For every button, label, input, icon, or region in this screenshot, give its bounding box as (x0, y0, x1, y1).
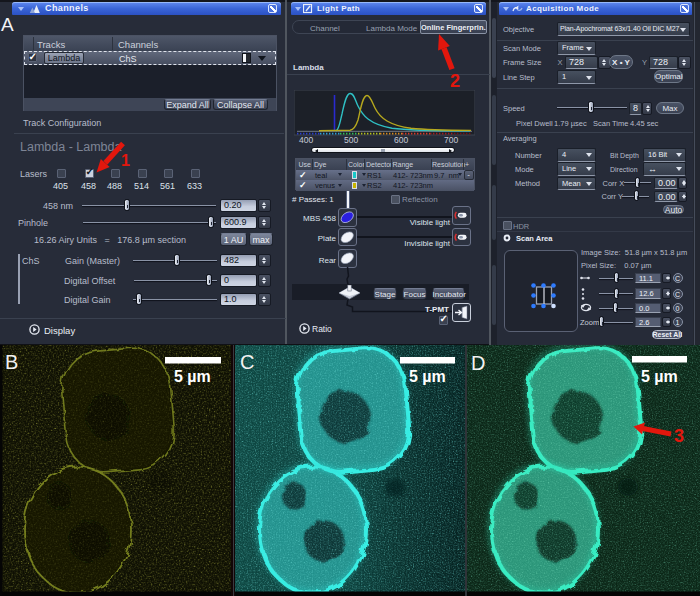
svg-text:1: 1 (121, 152, 130, 169)
svg-text:3: 3 (674, 426, 684, 446)
svg-text:2: 2 (450, 71, 460, 91)
